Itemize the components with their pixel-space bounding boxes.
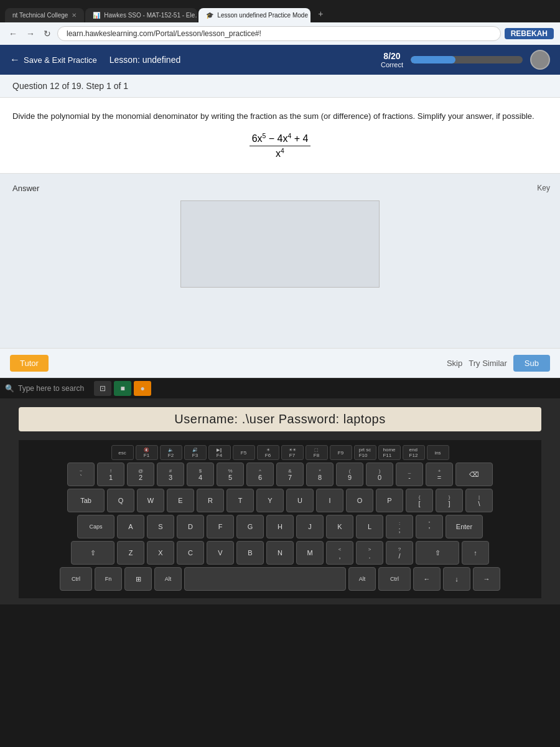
- key-right[interactable]: →: [473, 567, 500, 591]
- key-f10[interactable]: prt scF10: [354, 445, 376, 460]
- key-esc[interactable]: esc: [111, 445, 134, 460]
- key-1[interactable]: !1: [97, 463, 124, 486]
- key-s[interactable]: S: [147, 515, 174, 538]
- key-j[interactable]: J: [296, 515, 324, 538]
- key-a[interactable]: A: [117, 515, 144, 538]
- key-space[interactable]: [184, 567, 346, 591]
- key-slash[interactable]: ?/: [386, 541, 413, 565]
- key-shift-left[interactable]: ⇧: [71, 541, 114, 565]
- key-4[interactable]: $4: [187, 463, 214, 486]
- key-f4[interactable]: ▶‖ F4: [208, 445, 231, 460]
- keypad-hint[interactable]: Key: [537, 184, 550, 192]
- key-0[interactable]: )0: [366, 463, 393, 486]
- key-period[interactable]: >.: [356, 541, 383, 565]
- key-2[interactable]: @2: [127, 463, 154, 486]
- key-backtick[interactable]: ~`: [67, 463, 95, 486]
- forward-button[interactable]: →: [24, 27, 37, 40]
- key-g[interactable]: G: [236, 515, 264, 538]
- key-tab[interactable]: Tab: [67, 489, 105, 512]
- key-ctrl-right[interactable]: Ctrl: [378, 567, 411, 591]
- key-y[interactable]: Y: [256, 489, 284, 512]
- key-c[interactable]: C: [177, 541, 204, 565]
- key-m[interactable]: M: [296, 541, 324, 565]
- key-w[interactable]: W: [137, 489, 164, 512]
- key-f2[interactable]: 🔈 F2: [160, 445, 182, 460]
- key-o[interactable]: O: [346, 489, 373, 512]
- taskbar-search-text[interactable]: Type here to search: [18, 384, 84, 393]
- back-button[interactable]: ←: [6, 27, 20, 40]
- key-3[interactable]: #3: [157, 463, 184, 486]
- key-rbracket[interactable]: }]: [436, 489, 463, 512]
- hawkes-icon: 📊: [93, 12, 100, 19]
- key-i[interactable]: I: [316, 489, 343, 512]
- key-x[interactable]: X: [147, 541, 174, 565]
- tab-college-close[interactable]: ✕: [72, 12, 77, 19]
- key-f9[interactable]: F9: [330, 445, 352, 460]
- key-f3[interactable]: 🔊 F3: [184, 445, 207, 460]
- key-d[interactable]: D: [177, 515, 204, 538]
- key-h[interactable]: H: [266, 515, 294, 538]
- key-ctrl-left[interactable]: Ctrl: [60, 567, 92, 591]
- address-input[interactable]: [57, 26, 501, 41]
- key-capslock[interactable]: Caps: [77, 515, 114, 538]
- key-fn[interactable]: Fn: [95, 567, 122, 591]
- refresh-button[interactable]: ↻: [41, 27, 54, 40]
- new-tab-button[interactable]: +: [312, 5, 329, 22]
- key-e[interactable]: E: [167, 489, 194, 512]
- key-8[interactable]: *8: [306, 463, 334, 486]
- key-f1[interactable]: 🔇 F1: [136, 445, 158, 460]
- key-f8[interactable]: ⬚ F8: [306, 445, 328, 460]
- key-n[interactable]: N: [266, 541, 294, 565]
- tab-college[interactable]: nt Technical College ✕: [5, 8, 84, 22]
- key-up[interactable]: ↑: [462, 541, 489, 565]
- key-enter[interactable]: Enter: [446, 515, 483, 538]
- key-l[interactable]: L: [356, 515, 383, 538]
- key-5[interactable]: %5: [217, 463, 244, 486]
- save-exit-button[interactable]: ← Save & Exit Practice: [10, 54, 97, 65]
- key-r[interactable]: R: [197, 489, 224, 512]
- key-f7[interactable]: ☀☀ F7: [281, 445, 304, 460]
- key-f5[interactable]: F5: [233, 445, 255, 460]
- answer-input-box[interactable]: [180, 200, 380, 288]
- taskbar-icon-3[interactable]: ●: [134, 381, 151, 396]
- number-row: ~` !1 @2 #3 $4 %5 ^6 &7 *8 (9 )0 _- += ⌫: [24, 463, 536, 486]
- tab-lesson[interactable]: 🎓 Lesson undefined Practice Mode ✕: [198, 8, 310, 22]
- taskbar-icon-1[interactable]: ⊡: [94, 381, 111, 396]
- key-t[interactable]: T: [226, 489, 254, 512]
- key-9[interactable]: (9: [336, 463, 363, 486]
- key-7[interactable]: &7: [276, 463, 304, 486]
- key-q[interactable]: Q: [107, 489, 134, 512]
- key-left[interactable]: ←: [413, 567, 441, 591]
- tab-hawkes[interactable]: 📊 Hawkes SSO - MAT-152-51 - Ele… ✕: [85, 8, 197, 22]
- key-ins[interactable]: ins: [427, 445, 449, 460]
- key-z[interactable]: Z: [117, 541, 144, 565]
- key-shift-right[interactable]: ⇧: [416, 541, 459, 565]
- key-k[interactable]: K: [326, 515, 353, 538]
- key-lbracket[interactable]: {[: [406, 489, 433, 512]
- tutor-button[interactable]: Tutor: [10, 355, 49, 372]
- key-quote[interactable]: "': [416, 515, 443, 538]
- submit-button[interactable]: Sub: [513, 355, 550, 372]
- key-backslash[interactable]: |\: [465, 489, 493, 512]
- key-minus[interactable]: _-: [396, 463, 423, 486]
- key-b[interactable]: B: [236, 541, 264, 565]
- key-alt-right[interactable]: Alt: [348, 567, 376, 591]
- key-semicolon[interactable]: :;: [386, 515, 413, 538]
- skip-button[interactable]: Skip: [447, 359, 462, 368]
- key-f12[interactable]: endF12: [403, 445, 425, 460]
- key-p[interactable]: P: [376, 489, 403, 512]
- key-win[interactable]: ⊞: [124, 567, 152, 591]
- key-f6[interactable]: ☀ F6: [257, 445, 279, 460]
- taskbar-icon-2[interactable]: ■: [114, 381, 131, 396]
- key-comma[interactable]: <,: [326, 541, 353, 565]
- key-backspace[interactable]: ⌫: [455, 463, 493, 486]
- key-f11[interactable]: homeF11: [378, 445, 401, 460]
- try-similar-button[interactable]: Try Similar: [469, 359, 507, 368]
- key-u[interactable]: U: [286, 489, 314, 512]
- key-v[interactable]: V: [207, 541, 234, 565]
- key-down[interactable]: ↓: [443, 567, 470, 591]
- key-6[interactable]: ^6: [246, 463, 274, 486]
- key-alt-left[interactable]: Alt: [154, 567, 182, 591]
- key-equals[interactable]: +=: [426, 463, 453, 486]
- key-f[interactable]: F: [207, 515, 234, 538]
